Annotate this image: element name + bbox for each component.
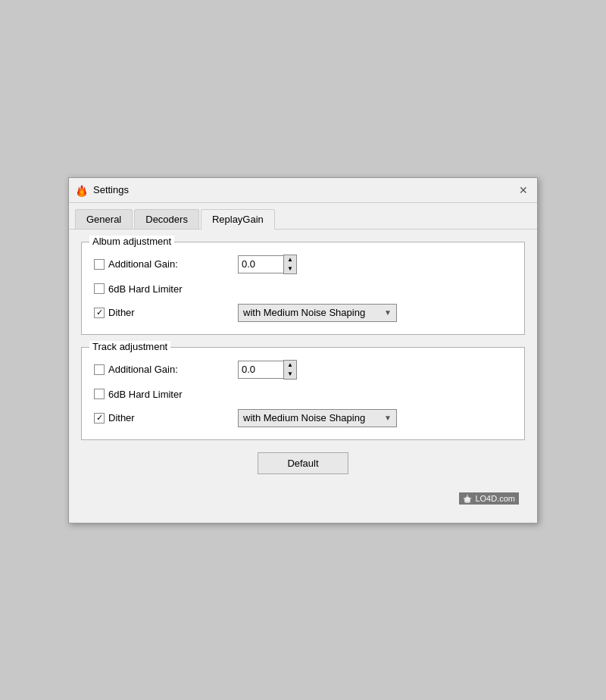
album-limiter-checkbox-wrap: 6dB Hard Limiter [94, 283, 238, 295]
album-group-title: Album adjustment [89, 236, 174, 247]
track-dither-label: Dither [108, 412, 135, 423]
album-limiter-checkbox[interactable] [94, 283, 105, 294]
album-dither-row: Dither with Medium Noise Shaping ▼ [94, 304, 512, 322]
bottom-area: Default LO4D.com [81, 452, 525, 511]
track-limiter-label: 6dB Hard Limiter [108, 389, 183, 400]
tab-decoders[interactable]: Decoders [134, 209, 199, 229]
album-dither-option: with Medium Noise Shaping [243, 307, 365, 318]
album-gain-checkbox-wrap: Additional Gain: [94, 258, 238, 270]
titlebar: Settings ✕ [69, 178, 537, 203]
track-group: Track adjustment Additional Gain: ▲ ▼ [81, 347, 525, 440]
track-dither-dropdown[interactable]: with Medium Noise Shaping ▼ [238, 409, 397, 427]
album-group: Album adjustment Additional Gain: ▲ ▼ [81, 242, 525, 335]
album-dither-checkbox[interactable] [94, 308, 105, 318]
album-gain-label: Additional Gain: [108, 258, 178, 270]
album-gain-up[interactable]: ▲ [284, 255, 296, 264]
app-icon [75, 183, 89, 197]
album-additional-gain-row: Additional Gain: ▲ ▼ [94, 255, 512, 274]
track-gain-spinners: ▲ ▼ [283, 360, 297, 380]
track-limiter-checkbox[interactable] [94, 389, 105, 399]
default-button[interactable]: Default [258, 452, 348, 474]
track-dither-row: Dither with Medium Noise Shaping ▼ [94, 409, 512, 427]
track-gain-down[interactable]: ▼ [284, 370, 296, 379]
album-gain-checkbox[interactable] [94, 259, 105, 270]
track-gain-spin: ▲ ▼ [238, 360, 297, 380]
album-gain-spin: ▲ ▼ [238, 255, 297, 274]
close-button[interactable]: ✕ [516, 183, 531, 198]
album-gain-down[interactable]: ▼ [284, 264, 296, 273]
album-gain-spinners: ▲ ▼ [283, 255, 297, 274]
settings-window: Settings ✕ General Decoders ReplayGain A… [68, 177, 538, 523]
album-gain-input[interactable] [238, 255, 283, 273]
titlebar-left: Settings [75, 183, 129, 197]
album-hard-limiter-row: 6dB Hard Limiter [94, 283, 512, 295]
watermark-text: LO4D.com [475, 494, 515, 503]
watermark-icon [463, 494, 472, 503]
track-limiter-checkbox-wrap: 6dB Hard Limiter [94, 389, 238, 400]
track-dither-arrow-icon: ▼ [384, 414, 392, 422]
tabs-bar: General Decoders ReplayGain [69, 203, 537, 230]
watermark: LO4D.com [459, 492, 519, 505]
track-hard-limiter-row: 6dB Hard Limiter [94, 389, 512, 400]
album-dither-arrow-icon: ▼ [384, 308, 392, 317]
tab-replaygain[interactable]: ReplayGain [201, 209, 275, 230]
track-group-title: Track adjustment [89, 341, 170, 352]
track-gain-label: Additional Gain: [108, 364, 178, 375]
album-dither-label: Dither [108, 307, 135, 318]
window-title: Settings [93, 184, 129, 195]
tab-general[interactable]: General [75, 209, 133, 229]
track-dither-checkbox-wrap: Dither [94, 412, 238, 423]
track-gain-input[interactable] [238, 361, 283, 379]
content-area: Album adjustment Additional Gain: ▲ ▼ [69, 230, 537, 523]
track-gain-checkbox-wrap: Additional Gain: [94, 364, 238, 375]
album-dither-checkbox-wrap: Dither [94, 307, 238, 318]
album-dither-dropdown[interactable]: with Medium Noise Shaping ▼ [238, 304, 397, 322]
track-additional-gain-row: Additional Gain: ▲ ▼ [94, 360, 512, 380]
track-gain-checkbox[interactable] [94, 364, 105, 375]
track-gain-up[interactable]: ▲ [284, 361, 296, 370]
track-dither-checkbox[interactable] [94, 413, 105, 423]
track-dither-option: with Medium Noise Shaping [243, 412, 365, 423]
album-limiter-label: 6dB Hard Limiter [108, 283, 183, 295]
